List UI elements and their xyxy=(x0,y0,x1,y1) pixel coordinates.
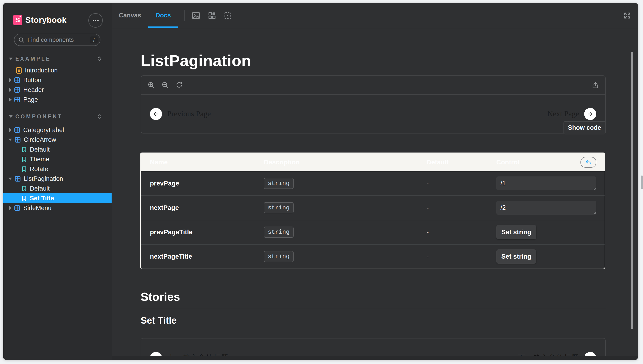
sidebar-story-circlearrow-theme[interactable]: Theme xyxy=(3,154,112,164)
chevron-down-icon xyxy=(9,58,13,60)
arg-name: prevPageTitle xyxy=(141,228,255,236)
storybook-app-window: S Storybook Find components / EXAMPLE xyxy=(3,3,638,360)
bookmark-icon xyxy=(21,166,27,172)
sidebar-story-listpagination-set-title[interactable]: Set Title xyxy=(3,194,112,203)
sidebar-item-page[interactable]: Page xyxy=(3,95,112,104)
sidebar-item-button[interactable]: Button xyxy=(3,75,112,85)
arrow-right-icon[interactable] xyxy=(584,108,596,120)
story-preview-panel: Previous Page Next Page Show code xyxy=(141,76,605,134)
search-placeholder: Find components xyxy=(28,36,90,44)
set-string-button-nextpagetitle[interactable]: Set string xyxy=(496,249,536,264)
brand[interactable]: S Storybook xyxy=(13,14,67,25)
search-input[interactable]: Find components / xyxy=(14,34,100,46)
control-textarea-nextpage[interactable]: /2 xyxy=(496,201,596,215)
chevron-down-icon xyxy=(9,116,13,118)
component-icon xyxy=(14,86,21,93)
fullscreen-icon[interactable] xyxy=(623,11,631,20)
section-example[interactable]: EXAMPLE xyxy=(3,54,112,64)
column-header-default: Default xyxy=(417,158,487,166)
chevron-right-icon xyxy=(9,78,12,82)
image-icon[interactable] xyxy=(191,11,200,20)
table-row: prevPageTitle string - Set string xyxy=(141,220,605,244)
chevron-right-icon xyxy=(9,98,12,102)
sidebar-item-label: CategoryLabel xyxy=(23,126,64,134)
section-label: COMPONENT xyxy=(15,114,63,120)
set-string-button-prevpagetitle[interactable]: Set string xyxy=(496,225,536,239)
sidebar-item-categorylabel[interactable]: CategoryLabel xyxy=(3,125,112,135)
sidebar-item-sidemenu[interactable]: SideMenu xyxy=(3,203,112,213)
sidebar-story-circlearrow-default[interactable]: Default xyxy=(3,144,112,154)
reset-controls-button[interactable] xyxy=(580,157,596,168)
next-page-link[interactable]: Next Page xyxy=(547,108,596,120)
section-component[interactable]: COMPONENT xyxy=(3,112,112,122)
sidebar: S Storybook Find components / EXAMPLE xyxy=(3,3,112,360)
sidebar-item-circlearrow[interactable]: CircleArrow xyxy=(3,135,112,144)
marquee-icon[interactable] xyxy=(224,12,232,20)
sidebar-item-label: CircleArrow xyxy=(24,136,56,144)
sidebar-item-listpagination[interactable]: ListPagination xyxy=(3,174,112,184)
reset-zoom-icon[interactable] xyxy=(175,82,183,89)
chevron-right-icon xyxy=(9,88,12,92)
search-shortcut-badge: / xyxy=(90,36,98,44)
collapse-expand-icon[interactable] xyxy=(96,114,102,120)
sidebar-story-listpagination-default[interactable]: Default xyxy=(3,184,112,194)
sidebar-item-introduction[interactable]: Introduction xyxy=(3,66,112,75)
docs-scroll-area[interactable]: ListPagination xyxy=(112,28,638,360)
document-icon xyxy=(16,67,22,74)
bookmark-icon xyxy=(21,156,27,162)
chevron-right-icon xyxy=(9,206,12,210)
page-title: ListPagination xyxy=(141,52,251,70)
divider xyxy=(141,308,605,308)
docs-scrollbar[interactable] xyxy=(631,52,633,329)
sidebar-item-header[interactable]: Header xyxy=(3,85,112,95)
sidebar-story-label: Default xyxy=(30,146,50,153)
component-icon xyxy=(14,127,21,133)
bookmark-icon xyxy=(21,195,27,202)
arg-default: - xyxy=(417,253,487,260)
topbar: Canvas Docs xyxy=(112,3,638,28)
sidebar-item-label: Page xyxy=(23,96,38,103)
sidebar-story-label: Set Title xyxy=(30,195,54,202)
show-code-button[interactable]: Show code xyxy=(563,121,605,134)
chevron-down-icon xyxy=(8,178,12,180)
args-table-header: Name Description Default Control xyxy=(141,153,605,171)
control-textarea-prevpage[interactable]: /1 xyxy=(496,176,596,190)
grid-icon[interactable] xyxy=(208,12,216,20)
ellipsis-icon xyxy=(93,20,94,21)
sidebar-story-label: Default xyxy=(30,185,50,192)
zoom-in-icon[interactable] xyxy=(148,82,155,89)
tab-docs[interactable]: Docs xyxy=(148,3,178,28)
undo-icon xyxy=(585,159,592,166)
previous-page-link[interactable]: Previous Page xyxy=(150,108,211,120)
page-scrollbar[interactable] xyxy=(641,176,643,189)
share-icon[interactable] xyxy=(592,82,599,89)
type-badge: string xyxy=(264,178,294,189)
sidebar-story-label: Rotate xyxy=(30,166,48,173)
collapse-expand-icon[interactable] xyxy=(96,56,102,62)
sidebar-story-circlearrow-rotate[interactable]: Rotate xyxy=(3,164,112,174)
page: { "app": { "brand": "Storybook" }, "colo… xyxy=(0,0,643,364)
sidebar-item-label: Header xyxy=(23,86,44,94)
arg-name: prevPage xyxy=(141,180,255,187)
component-icon xyxy=(15,176,21,182)
column-header-description: Description xyxy=(255,158,417,166)
sidebar-item-label: Introduction xyxy=(25,67,58,74)
arg-name: nextPage xyxy=(141,204,255,212)
arg-name: nextPageTitle xyxy=(141,253,255,260)
component-icon xyxy=(14,96,21,103)
arrow-left-icon[interactable] xyxy=(150,108,162,120)
args-table: Name Description Default Control prevPag… xyxy=(140,152,605,269)
story-heading: Set Title xyxy=(141,315,177,326)
arg-default: - xyxy=(417,228,487,236)
arg-default: - xyxy=(417,180,487,187)
chevron-down-icon xyxy=(8,138,12,141)
zoom-out-icon[interactable] xyxy=(162,82,169,89)
args-table-body: prevPage string - /1 nextPage string - /… xyxy=(141,171,605,268)
sidebar-menu-button[interactable] xyxy=(88,13,103,28)
sidebar-item-label: SideMenu xyxy=(23,204,52,212)
stories-heading: Stories xyxy=(141,290,180,304)
type-badge: string xyxy=(264,251,294,262)
component-icon xyxy=(15,136,21,143)
previous-page-label: Previous Page xyxy=(167,110,211,118)
tab-canvas[interactable]: Canvas xyxy=(112,3,148,28)
